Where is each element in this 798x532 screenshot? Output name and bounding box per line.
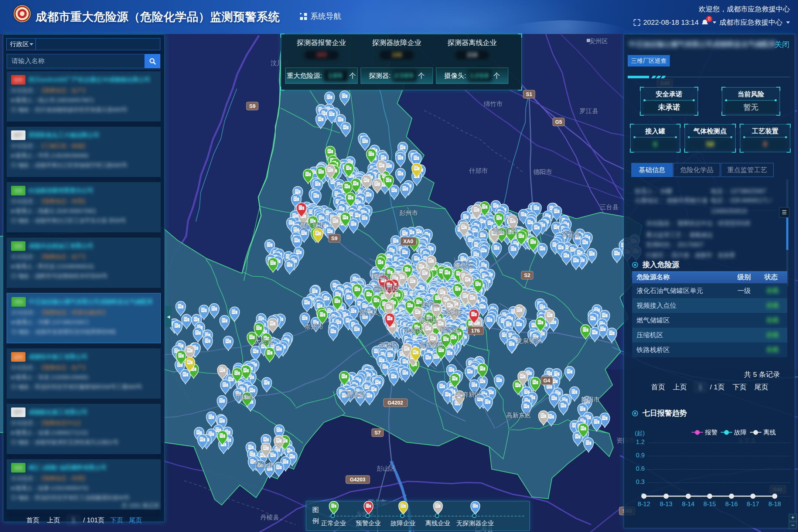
svg-text:新津县: 新津县 <box>347 391 365 398</box>
svg-text:大邑县: 大邑县 <box>255 338 273 345</box>
svg-text:温江区: 温江区 <box>359 309 378 316</box>
svg-text:S9: S9 <box>331 235 337 241</box>
svg-text:武侯区: 武侯区 <box>405 327 423 334</box>
svg-text:邛崃市: 邛崃市 <box>235 393 254 400</box>
svg-text:三台县: 三台县 <box>600 204 619 211</box>
svg-text:天府新区: 天府新区 <box>456 391 481 398</box>
svg-text:176: 176 <box>471 328 480 334</box>
svg-text:彭山区: 彭山区 <box>377 465 396 472</box>
svg-text:简阳市: 简阳市 <box>581 396 600 403</box>
svg-text:S2: S2 <box>524 272 530 278</box>
svg-text:龙泉驿区: 龙泉驿区 <box>516 337 542 344</box>
svg-text:G5: G5 <box>555 119 562 125</box>
svg-text:安州区: 安州区 <box>589 38 608 45</box>
svg-text:都江堰市: 都江堰市 <box>299 222 325 229</box>
svg-text:S7: S7 <box>374 430 381 436</box>
svg-text:XA0: XA0 <box>403 238 413 244</box>
svg-text:彭州市: 彭州市 <box>399 209 418 216</box>
svg-text:崇州市: 崇州市 <box>305 323 324 330</box>
svg-text:双流区: 双流区 <box>379 342 398 349</box>
svg-text:G4: G4 <box>543 378 550 383</box>
svg-text:高新东区: 高新东区 <box>506 412 531 419</box>
svg-text:锦江区: 锦江区 <box>440 327 460 334</box>
svg-text:什邡市: 什邡市 <box>469 167 488 174</box>
svg-text:金堂县: 金堂县 <box>562 231 580 238</box>
svg-text:丹棱县: 丹棱县 <box>260 514 279 521</box>
svg-text:成华区: 成华区 <box>443 309 462 316</box>
svg-text:新都区: 新都区 <box>454 262 473 269</box>
svg-text:罗江县: 罗江县 <box>580 108 598 115</box>
svg-text:G4202: G4202 <box>388 400 403 406</box>
svg-text:青羊区: 青羊区 <box>419 317 437 324</box>
svg-text:金牛区: 金牛区 <box>420 301 439 308</box>
svg-text:S9: S9 <box>249 103 255 109</box>
svg-text:蒲江县: 蒲江县 <box>255 461 274 468</box>
svg-text:高新西区: 高新西区 <box>374 285 399 292</box>
svg-text:高新南区: 高新南区 <box>419 342 444 349</box>
svg-text:郫都区: 郫都区 <box>371 273 390 280</box>
svg-text:青白江区: 青白江区 <box>492 228 518 235</box>
svg-text:德阳市: 德阳市 <box>533 168 552 175</box>
svg-text:绵竹市: 绵竹市 <box>484 100 503 108</box>
svg-text:广汉市: 广汉市 <box>506 215 525 222</box>
svg-text:G4203: G4203 <box>350 477 365 482</box>
svg-text:S1: S1 <box>526 91 532 97</box>
